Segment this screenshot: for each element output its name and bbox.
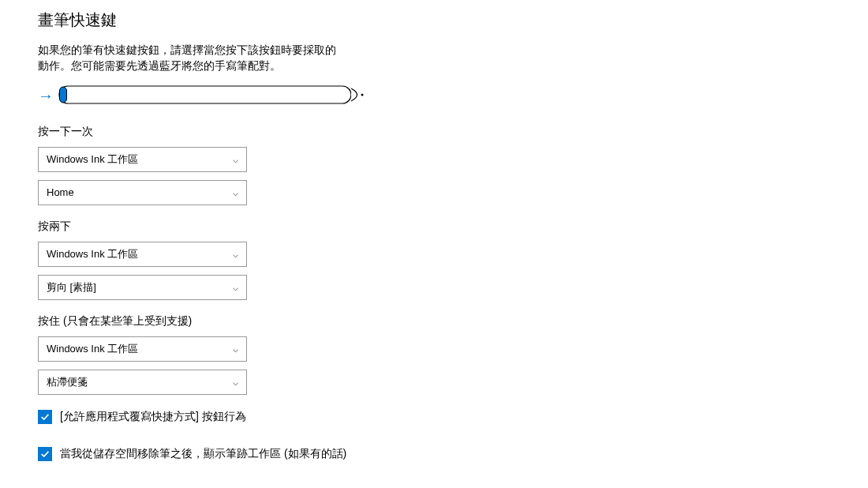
double-click-dropdown-2[interactable]: 剪向 [素描] ⌵: [38, 275, 247, 300]
show-ink-workspace-checkbox-row[interactable]: 當我從儲存空間移除筆之後，顯示筆跡工作區 (如果有的話): [38, 446, 369, 462]
dropdown-value: Home: [47, 186, 74, 198]
checkbox-checked-icon: [38, 447, 52, 461]
press-hold-dropdown-2[interactable]: 粘滯便箋 ⌵: [38, 370, 247, 395]
press-hold-dropdown-1[interactable]: Windows Ink 工作區 ⌵: [38, 336, 247, 362]
single-click-dropdown-2[interactable]: Home ⌵: [38, 180, 247, 205]
arrow-right-icon: →: [38, 88, 54, 103]
single-click-label: 按一下一次: [38, 125, 868, 139]
dropdown-value: 剪向 [素描]: [47, 280, 96, 295]
dropdown-value: 粘滯便箋: [47, 375, 88, 389]
double-click-group: 按兩下 Windows Ink 工作區 ⌵ 剪向 [素描] ⌵: [38, 220, 868, 300]
single-click-group: 按一下一次 Windows Ink 工作區 ⌵ Home ⌵: [38, 125, 868, 205]
chevron-down-icon: ⌵: [233, 154, 238, 165]
allow-override-checkbox-row[interactable]: [允許應用程式覆寫快捷方式] 按鈕行為: [38, 409, 369, 425]
single-click-dropdown-1[interactable]: Windows Ink 工作區 ⌵: [38, 147, 247, 172]
checkbox-checked-icon: [38, 410, 52, 424]
chevron-down-icon: ⌵: [233, 249, 238, 260]
press-hold-group: 按住 (只會在某些筆上受到支援) Windows Ink 工作區 ⌵ 粘滯便箋 …: [38, 314, 868, 395]
chevron-down-icon: ⌵: [233, 377, 238, 388]
double-click-label: 按兩下: [38, 220, 868, 234]
pen-icon: [58, 85, 366, 106]
show-ink-workspace-label: 當我從儲存空間移除筆之後，顯示筆跡工作區 (如果有的話): [60, 446, 346, 462]
dropdown-value: Windows Ink 工作區: [47, 342, 138, 356]
svg-rect-1: [60, 87, 67, 103]
pen-illustration-row: →: [38, 85, 868, 106]
double-click-dropdown-1[interactable]: Windows Ink 工作區 ⌵: [38, 242, 247, 267]
page-title: 畫筆快速鍵: [38, 9, 868, 31]
svg-rect-0: [59, 86, 351, 103]
dropdown-value: Windows Ink 工作區: [47, 152, 138, 167]
chevron-down-icon: ⌵: [233, 282, 238, 293]
svg-point-2: [361, 93, 364, 96]
dropdown-value: Windows Ink 工作區: [47, 247, 138, 261]
chevron-down-icon: ⌵: [233, 343, 238, 355]
chevron-down-icon: ⌵: [233, 187, 238, 198]
page-description: 如果您的筆有快速鍵按鈕，請選擇當您按下該按鈕時要採取的動作。您可能需要先透過藍牙…: [38, 42, 338, 74]
press-hold-label: 按住 (只會在某些筆上受到支援): [38, 314, 868, 328]
allow-override-label: [允許應用程式覆寫快捷方式] 按鈕行為: [60, 409, 246, 425]
